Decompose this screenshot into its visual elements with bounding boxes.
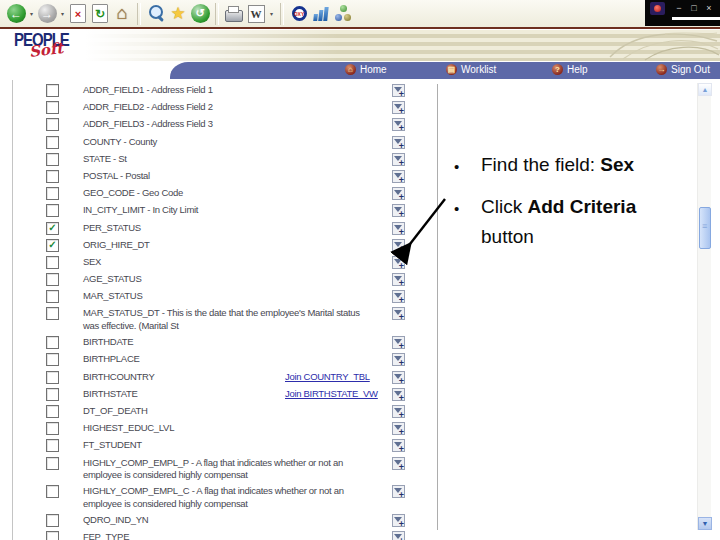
field-checkbox[interactable] (46, 273, 59, 286)
back-dropdown-icon[interactable]: ▾ (28, 10, 35, 17)
forward-icon[interactable]: → (37, 3, 57, 24)
field-row: COUNTY - County (46, 136, 406, 149)
add-criteria-icon[interactable] (392, 485, 405, 498)
chart-app-icon[interactable] (311, 3, 331, 24)
add-criteria-icon[interactable] (392, 290, 405, 303)
field-checkbox[interactable] (46, 290, 59, 303)
field-row: HIGHEST_EDUC_LVL (46, 422, 406, 435)
field-checkbox[interactable] (46, 485, 59, 498)
join-link[interactable]: Join BIRTHSTATE_VW (283, 388, 378, 399)
word-icon[interactable]: W (246, 3, 266, 24)
field-label: SEX (83, 256, 375, 268)
add-criteria-icon[interactable] (392, 307, 405, 320)
scroll-down-button[interactable]: ▼ (698, 517, 712, 530)
minimize-button[interactable]: − (673, 2, 685, 14)
restore-button[interactable]: □ (688, 2, 700, 14)
toolbar-separator (280, 3, 284, 25)
field-row: FEP_TYPE (46, 531, 406, 540)
add-criteria-icon[interactable] (392, 531, 405, 540)
add-criteria-icon[interactable] (392, 170, 405, 183)
refresh-icon[interactable]: ↻ (90, 3, 110, 24)
add-criteria-icon[interactable] (392, 118, 405, 131)
field-checkbox[interactable]: ✓ (46, 239, 59, 252)
add-criteria-icon[interactable] (392, 136, 405, 149)
molecule-app-icon[interactable] (333, 3, 353, 24)
field-checkbox[interactable] (46, 307, 59, 320)
field-checkbox[interactable] (46, 353, 59, 366)
add-criteria-icon[interactable] (392, 439, 405, 452)
field-label: ADDR_FIELD1 - Address Field 1 (83, 84, 375, 96)
join-link[interactable]: Join COUNTRY_TBL (283, 371, 370, 382)
add-criteria-icon[interactable] (392, 273, 405, 286)
field-checkbox[interactable] (46, 101, 59, 114)
add-criteria-icon[interactable] (392, 153, 405, 166)
oxy-logo-icon[interactable]: OXY (289, 3, 309, 24)
field-checkbox[interactable] (46, 153, 59, 166)
window-titlebar: − □ × (645, 0, 720, 26)
add-criteria-icon[interactable] (392, 457, 405, 470)
toolbar-separator (215, 3, 219, 25)
add-criteria-icon[interactable] (392, 405, 405, 418)
bullet-find-field: • Find the field: Sex (454, 150, 686, 182)
vertical-scrollbar[interactable]: ▲ ▼ (697, 83, 711, 530)
field-checkbox[interactable] (46, 170, 59, 183)
add-criteria-icon[interactable] (392, 514, 405, 527)
home-icon: ⌂ (345, 64, 356, 75)
field-label: ORIG_HIRE_DT (83, 239, 375, 251)
field-checkbox[interactable] (46, 405, 59, 418)
favorites-icon[interactable]: ★ (168, 3, 188, 24)
field-checkbox[interactable] (46, 204, 59, 217)
nav-sign-out[interactable]: → Sign Out (656, 64, 710, 75)
add-criteria-icon[interactable] (392, 388, 405, 401)
field-checkbox[interactable] (46, 422, 59, 435)
query-field-page: ADDR_FIELD1 - Address Field 1 ADDR_FIELD… (0, 79, 720, 540)
history-icon[interactable]: ↺ (190, 3, 210, 24)
print-icon[interactable] (224, 3, 244, 24)
field-checkbox[interactable] (46, 187, 59, 200)
field-row: POSTAL - Postal (46, 170, 406, 183)
field-label: FT_STUDENT (83, 439, 375, 451)
add-criteria-icon[interactable] (392, 101, 405, 114)
forward-dropdown-icon[interactable]: ▾ (59, 10, 66, 17)
field-label: MAR_STATUS_DT - This is the date that th… (83, 307, 375, 332)
field-checkbox[interactable] (46, 118, 59, 131)
add-criteria-icon[interactable] (392, 336, 405, 349)
stop-icon[interactable]: × (68, 3, 88, 24)
nav-signout-label: Sign Out (671, 64, 710, 75)
field-row: STATE - St (46, 153, 406, 166)
home-icon[interactable]: ⌂ (112, 3, 132, 24)
field-checkbox[interactable] (46, 256, 59, 269)
field-row: BIRTHCOUNTRY Join COUNTRY_TBL (46, 371, 406, 384)
close-button[interactable]: × (703, 2, 715, 14)
scroll-thumb[interactable] (699, 207, 711, 249)
add-criteria-icon[interactable] (392, 353, 405, 366)
field-row: QDRO_IND_YN (46, 514, 406, 527)
field-checkbox[interactable] (46, 84, 59, 97)
back-icon[interactable]: ← (6, 3, 26, 24)
add-criteria-icon[interactable] (392, 371, 405, 384)
field-checkbox[interactable] (46, 514, 59, 527)
field-label: ADDR_FIELD3 - Address Field 3 (83, 118, 375, 130)
field-label: QDRO_IND_YN (83, 514, 375, 526)
word-dropdown-icon[interactable]: ▾ (268, 10, 275, 17)
logo-soft-text: Soft (28, 39, 64, 61)
field-checkbox[interactable] (46, 531, 59, 540)
app-icon (650, 2, 665, 15)
add-criteria-icon[interactable] (392, 84, 405, 97)
nav-worklist[interactable]: ▤ Worklist (446, 64, 496, 75)
field-checkbox[interactable] (46, 136, 59, 149)
field-checkbox[interactable] (46, 388, 59, 401)
search-icon[interactable] (146, 3, 166, 24)
peoplesoft-logo: PEOPLE Soft (14, 31, 90, 61)
field-label: BIRTHPLACE (83, 353, 375, 365)
field-checkbox[interactable]: ✓ (46, 222, 59, 235)
field-checkbox[interactable] (46, 371, 59, 384)
nav-help[interactable]: ? Help (552, 64, 588, 75)
field-row: MAR_STATUS (46, 290, 406, 303)
nav-home[interactable]: ⌂ Home (345, 64, 387, 75)
field-checkbox[interactable] (46, 336, 59, 349)
scroll-up-button[interactable]: ▲ (698, 83, 712, 96)
field-checkbox[interactable] (46, 439, 59, 452)
field-checkbox[interactable] (46, 457, 59, 470)
add-criteria-icon[interactable] (392, 422, 405, 435)
